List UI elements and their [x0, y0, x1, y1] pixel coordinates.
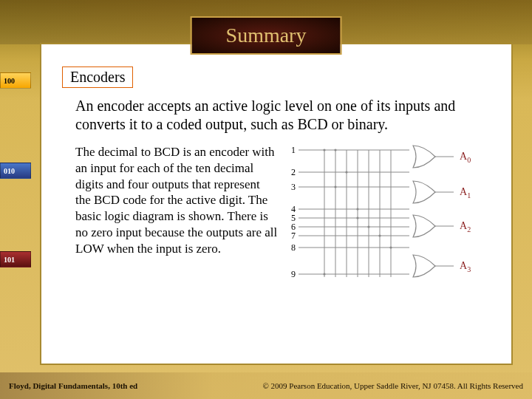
side-badge-3: 101 [0, 251, 31, 267]
slide-title: Summary [226, 24, 307, 47]
output-label-a1: A1 [460, 186, 471, 200]
svg-point-24 [356, 208, 358, 210]
or-gate-a2 [413, 215, 454, 237]
or-gate-a3 [413, 255, 454, 277]
footer-bar: Floyd, Digital Fundamentals, 10th ed © 2… [0, 372, 532, 399]
svg-point-23 [323, 273, 325, 275]
footer-left-text: Floyd, Digital Fundamentals, 10th ed [9, 381, 137, 390]
input-label-7: 7 [291, 231, 296, 241]
content-panel: Encoders An encoder accepts an active lo… [40, 43, 513, 365]
svg-point-20 [367, 225, 369, 228]
output-label-a3: A3 [460, 260, 471, 273]
or-gate-a1 [413, 181, 454, 203]
svg-point-18 [345, 171, 347, 173]
svg-point-16 [323, 149, 325, 151]
slide-title-box: Summary [191, 16, 342, 55]
detail-paragraph: The decimal to BCD is an encoder with an… [75, 144, 278, 299]
svg-point-21 [378, 234, 381, 236]
footer-right-text: © 2009 Pearson Education, Upper Saddle R… [262, 381, 523, 390]
output-label-a0: A0 [460, 151, 471, 164]
input-label-9: 9 [291, 269, 296, 279]
section-label: Encoders [62, 66, 133, 88]
output-label-a2: A2 [460, 220, 471, 233]
or-gate-a0 [413, 146, 454, 168]
side-badge-1: 100 [0, 72, 31, 89]
svg-point-22 [389, 246, 392, 248]
encoder-logic-diagram: 1 2 3 4 5 6 7 8 9 [284, 144, 483, 299]
input-label-1: 1 [291, 145, 296, 155]
input-label-3: 3 [291, 182, 296, 192]
input-label-8: 8 [291, 242, 296, 253]
input-label-2: 2 [291, 167, 296, 177]
side-badge-2: 010 [0, 163, 31, 179]
svg-point-17 [334, 185, 336, 188]
interconnect-bus [323, 149, 392, 277]
svg-point-19 [356, 216, 358, 219]
input-wires [299, 150, 409, 274]
lead-paragraph: An encoder accepts an active logic level… [75, 97, 483, 134]
svg-point-25 [334, 149, 336, 151]
